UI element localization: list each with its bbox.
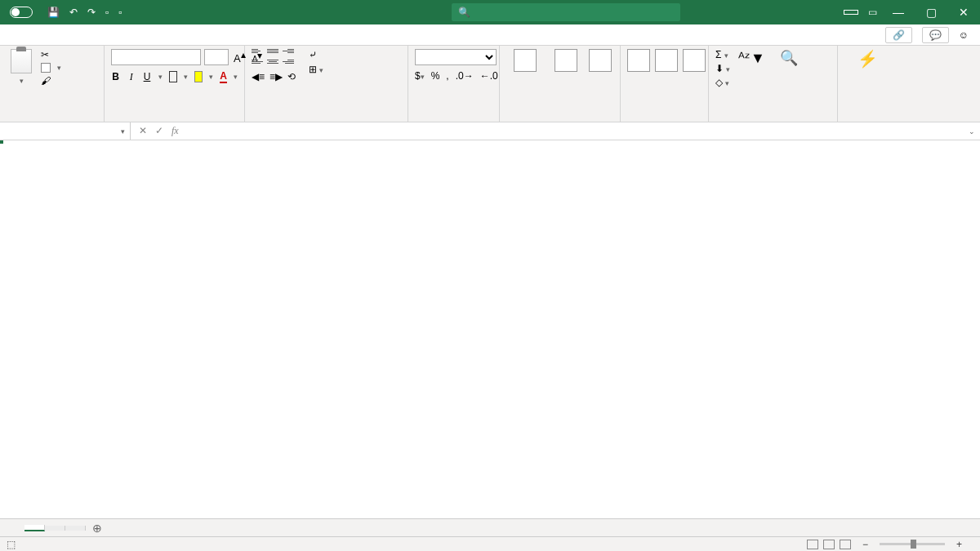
view-buttons[interactable] bbox=[807, 540, 851, 549]
title-bar: 💾 ↶ ↷ ▫ ▫ 🔍 ▭ — ▢ ✕ bbox=[0, 0, 980, 24]
find-icon: 🔍 bbox=[780, 49, 798, 67]
undo-icon[interactable]: ↶ bbox=[69, 7, 78, 18]
expand-formula-icon[interactable]: ⌄ bbox=[964, 127, 980, 136]
autosave-toggle[interactable] bbox=[5, 7, 38, 18]
search-icon: 🔍 bbox=[458, 7, 470, 18]
status-bar: ⬚ − + bbox=[0, 536, 980, 551]
increase-decimal-button[interactable]: .0→ bbox=[456, 70, 474, 82]
selection-border bbox=[0, 140, 3, 144]
save-icon[interactable]: 💾 bbox=[47, 7, 60, 18]
fx-icon[interactable]: fx bbox=[172, 125, 179, 137]
qat-icon[interactable]: ▫ bbox=[118, 7, 122, 18]
worksheet-grid[interactable] bbox=[0, 140, 980, 516]
enter-formula-icon[interactable]: ✓ bbox=[155, 125, 163, 137]
smiley-icon[interactable]: ☺ bbox=[959, 29, 969, 41]
cf-icon bbox=[514, 49, 537, 72]
insert-cells-button[interactable] bbox=[627, 49, 650, 73]
name-box[interactable]: ▾ bbox=[0, 122, 131, 140]
fill-color-button[interactable] bbox=[194, 71, 203, 82]
share-button[interactable]: 🔗 bbox=[885, 27, 912, 43]
ideas-icon: ⚡ bbox=[858, 49, 878, 69]
font-size-select[interactable] bbox=[204, 49, 229, 65]
sheet-tab[interactable] bbox=[24, 525, 45, 531]
group-label bbox=[844, 118, 872, 120]
underline-button[interactable]: U bbox=[142, 71, 151, 82]
bold-button[interactable]: B bbox=[111, 71, 120, 82]
number-format-select[interactable] bbox=[415, 49, 497, 65]
styles-icon bbox=[589, 49, 612, 72]
paste-button[interactable]: ▾ bbox=[7, 49, 36, 85]
group-label bbox=[415, 118, 492, 120]
ribbon: ▾ ✂ ▾ 🖌 A▴ A▾ B I U▾ ▾ ▾ A▾ bbox=[0, 46, 980, 122]
sort-icon: ᴬᶻ▼ bbox=[738, 49, 765, 67]
sheet-tab[interactable] bbox=[45, 526, 65, 531]
wrap-text-button[interactable]: ⤶ bbox=[309, 49, 323, 60]
paste-icon bbox=[11, 49, 32, 73]
group-label bbox=[7, 118, 97, 120]
decrease-decimal-button[interactable]: ←.0 bbox=[480, 70, 498, 82]
record-icon[interactable]: ⬚ bbox=[7, 539, 16, 550]
delete-cells-button[interactable] bbox=[655, 49, 678, 73]
maximize-button[interactable]: ▢ bbox=[920, 6, 942, 19]
insert-icon bbox=[627, 49, 650, 72]
conditional-formatting-button[interactable] bbox=[506, 49, 545, 73]
format-icon bbox=[683, 49, 706, 72]
align-buttons[interactable] bbox=[252, 49, 296, 68]
increase-indent-button[interactable]: ≡▶ bbox=[270, 71, 283, 82]
currency-button[interactable]: $▾ bbox=[415, 70, 425, 82]
autosum-button[interactable]: Σ ▾ bbox=[715, 49, 730, 60]
percent-button[interactable]: % bbox=[431, 70, 440, 82]
cancel-formula-icon[interactable]: ✕ bbox=[139, 125, 147, 137]
italic-button[interactable]: I bbox=[127, 71, 136, 83]
scissors-icon: ✂ bbox=[41, 49, 49, 60]
decrease-indent-button[interactable]: ◀≡ bbox=[252, 71, 265, 82]
zoom-slider[interactable] bbox=[880, 543, 945, 545]
border-button[interactable] bbox=[169, 71, 177, 82]
ideas-button[interactable]: ⚡ bbox=[844, 49, 890, 70]
group-label bbox=[111, 118, 238, 120]
fill-button[interactable]: ⬇ ▾ bbox=[715, 63, 730, 74]
cell-styles-button[interactable] bbox=[587, 49, 613, 73]
format-as-table-button[interactable] bbox=[550, 49, 582, 73]
copy-icon bbox=[41, 63, 51, 73]
group-label bbox=[506, 118, 613, 120]
formula-bar-row: ▾ ✕ ✓ fx ⌄ bbox=[0, 122, 980, 140]
toggle-icon bbox=[10, 7, 33, 18]
cut-button[interactable]: ✂ bbox=[41, 49, 61, 60]
sheet-tabs: ⊕ bbox=[0, 518, 980, 536]
format-cells-button[interactable] bbox=[683, 49, 706, 73]
sort-filter-button[interactable]: ᴬᶻ▼ bbox=[735, 49, 768, 69]
delete-icon bbox=[655, 49, 678, 72]
table-icon bbox=[555, 49, 577, 72]
orientation-button[interactable]: ⟲ bbox=[287, 71, 296, 82]
minimize-button[interactable]: — bbox=[887, 6, 910, 19]
qat-icon[interactable]: ▫ bbox=[105, 7, 109, 18]
merge-center-button[interactable]: ⊞ ▾ bbox=[309, 64, 323, 75]
ribbon-options-icon[interactable]: ▭ bbox=[868, 7, 877, 18]
comments-button[interactable]: 💬 bbox=[922, 27, 949, 43]
comma-button[interactable]: , bbox=[446, 70, 448, 82]
close-button[interactable]: ✕ bbox=[952, 6, 975, 19]
ribbon-tabs: 🔗 💬 ☺ bbox=[0, 24, 980, 46]
redo-icon[interactable]: ↷ bbox=[87, 7, 96, 18]
zoom-out-button[interactable]: − bbox=[862, 539, 868, 550]
find-select-button[interactable]: 🔍 bbox=[773, 49, 805, 69]
group-label bbox=[252, 118, 401, 120]
signin-button[interactable] bbox=[844, 10, 858, 15]
sheet-tab[interactable] bbox=[65, 526, 86, 531]
search-input[interactable]: 🔍 bbox=[452, 3, 680, 21]
quick-access-toolbar: 💾 ↶ ↷ ▫ ▫ bbox=[47, 7, 122, 18]
font-name-select[interactable] bbox=[111, 49, 201, 65]
group-label bbox=[627, 118, 702, 120]
zoom-in-button[interactable]: + bbox=[956, 539, 962, 550]
clear-button[interactable]: ◇ ▾ bbox=[715, 77, 730, 88]
format-painter-button[interactable]: 🖌 bbox=[41, 75, 61, 87]
brush-icon: 🖌 bbox=[41, 75, 51, 87]
add-sheet-button[interactable]: ⊕ bbox=[86, 519, 109, 537]
font-color-button[interactable]: A bbox=[220, 70, 227, 83]
copy-button[interactable]: ▾ bbox=[41, 63, 61, 73]
group-label bbox=[715, 118, 831, 120]
